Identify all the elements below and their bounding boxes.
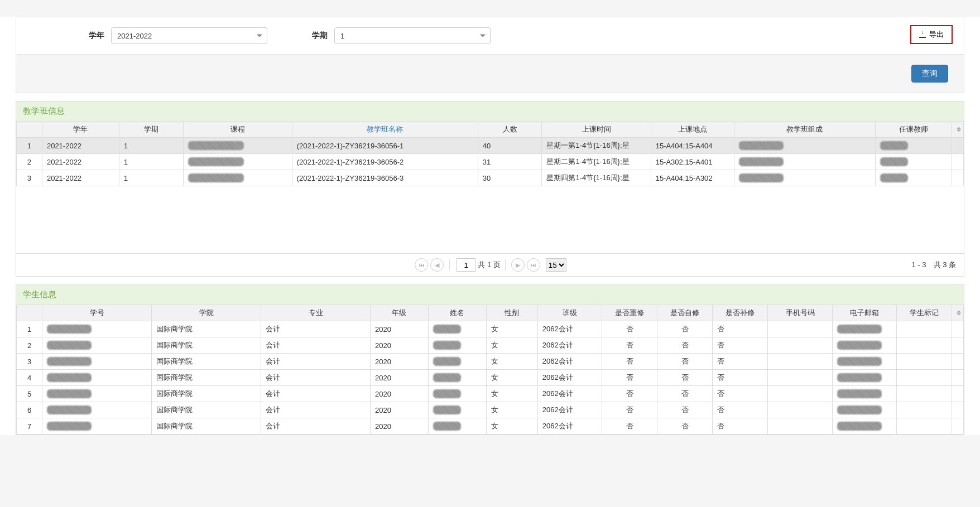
header-makeup[interactable]: 是否补修 bbox=[713, 305, 768, 321]
redacted bbox=[433, 325, 461, 334]
cell-student-id bbox=[42, 402, 152, 418]
redacted bbox=[47, 357, 92, 366]
header-college[interactable]: 学院 bbox=[152, 305, 261, 321]
header-sort[interactable] bbox=[952, 122, 964, 138]
student-row[interactable]: 6国际商学院会计2020女2062会计否否否 bbox=[17, 402, 964, 418]
class-row[interactable]: 22021-20221(2021-2022-1)-ZY36219-36056-2… bbox=[17, 154, 964, 170]
redacted bbox=[188, 141, 244, 150]
cell-blank bbox=[952, 354, 964, 370]
redacted bbox=[837, 373, 882, 382]
header-email[interactable]: 电子邮箱 bbox=[832, 305, 896, 321]
cell-makeup: 否 bbox=[713, 402, 768, 418]
redacted bbox=[433, 405, 461, 414]
cell-gender: 女 bbox=[486, 370, 537, 386]
cell-composition bbox=[734, 170, 875, 186]
cell-email bbox=[832, 386, 896, 402]
header-time[interactable]: 上课时间 bbox=[542, 122, 651, 138]
redacted bbox=[837, 389, 882, 398]
term-select[interactable]: 1 bbox=[334, 27, 491, 44]
header-location[interactable]: 上课地点 bbox=[651, 122, 734, 138]
class-row[interactable]: 32021-20221(2021-2022-1)-ZY36219-36056-3… bbox=[17, 170, 964, 186]
student-row[interactable]: 1国际商学院会计2020女2062会计否否否 bbox=[17, 321, 964, 337]
cell-course bbox=[183, 170, 292, 186]
action-bar: 查询 bbox=[16, 55, 964, 93]
header-phone[interactable]: 手机号码 bbox=[768, 305, 832, 321]
cell-blank bbox=[952, 154, 964, 170]
cell-gender: 女 bbox=[486, 402, 537, 418]
cell-retake: 否 bbox=[602, 418, 657, 434]
header-student-id[interactable]: 学号 bbox=[42, 305, 152, 321]
cell-selfstudy: 否 bbox=[657, 418, 713, 434]
cell-count: 40 bbox=[478, 138, 542, 154]
header-teacher[interactable]: 任课教师 bbox=[875, 122, 952, 138]
header-class-name[interactable]: 教学班名称 bbox=[292, 122, 478, 138]
cell-makeup: 否 bbox=[713, 354, 768, 370]
pager-last-button[interactable]: ⏭ bbox=[527, 258, 540, 272]
cell-email bbox=[832, 337, 896, 354]
cell-selfstudy: 否 bbox=[657, 402, 713, 418]
header-course[interactable]: 课程 bbox=[183, 122, 292, 138]
cell-major: 会计 bbox=[261, 386, 371, 402]
cell-class-name: (2021-2022-1)-ZY36219-36056-1 bbox=[292, 138, 478, 154]
student-row[interactable]: 3国际商学院会计2020女2062会计否否否 bbox=[17, 354, 964, 370]
cell-course bbox=[183, 154, 292, 170]
student-row[interactable]: 5国际商学院会计2020女2062会计否否否 bbox=[17, 386, 964, 402]
header-grade[interactable]: 年级 bbox=[371, 305, 429, 321]
cell-college: 国际商学院 bbox=[152, 370, 261, 386]
cell-college: 国际商学院 bbox=[152, 418, 261, 434]
student-row[interactable]: 4国际商学院会计2020女2062会计否否否 bbox=[17, 370, 964, 386]
pager-separator bbox=[449, 259, 450, 271]
cell-makeup: 否 bbox=[713, 370, 768, 386]
redacted bbox=[47, 405, 92, 414]
row-index: 7 bbox=[17, 418, 42, 434]
cell-name bbox=[428, 418, 486, 434]
header-count[interactable]: 人数 bbox=[478, 122, 542, 138]
cell-phone bbox=[768, 321, 832, 337]
student-row[interactable]: 2国际商学院会计2020女2062会计否否否 bbox=[17, 337, 964, 354]
export-icon bbox=[919, 31, 926, 38]
cell-class: 2062会计 bbox=[537, 402, 602, 418]
header-term[interactable]: 学期 bbox=[119, 122, 183, 138]
cell-time: 星期一第1-4节{1-16周};星 bbox=[542, 138, 651, 154]
header-sort[interactable] bbox=[952, 305, 964, 321]
cell-retake: 否 bbox=[602, 354, 657, 370]
redacted bbox=[433, 357, 461, 366]
header-blank bbox=[17, 305, 42, 321]
header-selfstudy[interactable]: 是否自修 bbox=[657, 305, 713, 321]
header-year[interactable]: 学年 bbox=[42, 122, 119, 138]
pager-size-select[interactable]: 15 bbox=[546, 258, 566, 272]
class-table-empty-space bbox=[16, 186, 964, 253]
cell-class-name: (2021-2022-1)-ZY36219-36056-2 bbox=[292, 154, 478, 170]
cell-location: 15-A302;15-A401 bbox=[651, 154, 734, 170]
query-button[interactable]: 查询 bbox=[911, 65, 948, 83]
year-select[interactable]: 2021-2022 bbox=[111, 27, 267, 44]
pager-total-text: 共 1 页 bbox=[478, 260, 500, 270]
year-filter-group: 学年 2021-2022 bbox=[27, 27, 267, 44]
pager-next-button[interactable]: ▶ bbox=[511, 258, 525, 272]
cell-grade: 2020 bbox=[371, 402, 429, 418]
header-mark[interactable]: 学生标记 bbox=[897, 305, 952, 321]
header-class[interactable]: 班级 bbox=[537, 305, 602, 321]
pager-first-button[interactable]: ⏮ bbox=[415, 258, 428, 272]
cell-gender: 女 bbox=[486, 337, 537, 354]
redacted bbox=[880, 157, 908, 166]
cell-class: 2062会计 bbox=[537, 370, 602, 386]
year-label: 学年 bbox=[89, 31, 104, 41]
header-composition[interactable]: 教学班组成 bbox=[734, 122, 875, 138]
export-button[interactable]: 导出 bbox=[910, 25, 953, 44]
redacted bbox=[739, 173, 784, 182]
pager-prev-button[interactable]: ◀ bbox=[430, 258, 444, 272]
header-blank bbox=[17, 122, 42, 138]
redacted bbox=[47, 373, 92, 382]
header-retake[interactable]: 是否重修 bbox=[602, 305, 657, 321]
cell-blank bbox=[952, 138, 964, 154]
header-gender[interactable]: 性别 bbox=[486, 305, 537, 321]
class-row[interactable]: 12021-20221(2021-2022-1)-ZY36219-36056-1… bbox=[17, 138, 964, 154]
header-major[interactable]: 专业 bbox=[261, 305, 371, 321]
header-name[interactable]: 姓名 bbox=[428, 305, 486, 321]
cell-composition bbox=[734, 154, 875, 170]
redacted bbox=[188, 173, 244, 182]
cell-name bbox=[428, 321, 486, 337]
pager-page-input[interactable] bbox=[457, 258, 475, 272]
student-row[interactable]: 7国际商学院会计2020女2062会计否否否 bbox=[17, 418, 964, 434]
